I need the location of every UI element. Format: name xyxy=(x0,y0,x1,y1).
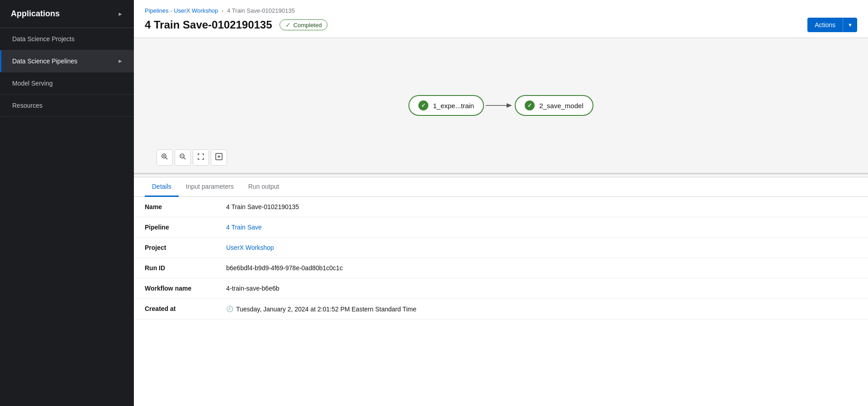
tab-input-parameters[interactable]: Input parameters xyxy=(179,177,241,197)
zoom-in-button[interactable] xyxy=(157,149,173,166)
check-icon: ✓ xyxy=(285,21,291,29)
sidebar-item-resources[interactable]: Resources xyxy=(0,95,134,117)
breadcrumb-current: 4 Train Save-0102190135 xyxy=(227,7,295,14)
detail-value-name: 4 Train Save-0102190135 xyxy=(226,203,857,210)
detail-row-name: Name 4 Train Save-0102190135 xyxy=(134,197,868,217)
tab-details-label: Details xyxy=(152,183,171,190)
tab-details[interactable]: Details xyxy=(145,177,179,197)
header: Pipelines - UserX Workshop › 4 Train Sav… xyxy=(134,0,868,38)
sidebar-item-label: Resources xyxy=(12,102,43,109)
created-at-text: Tuesday, January 2, 2024 at 2:01:52 PM E… xyxy=(236,306,416,313)
tabs: Details Input parameters Run output xyxy=(134,177,868,197)
detail-label-workflow-name: Workflow name xyxy=(145,285,226,292)
sidebar: Applications ► Data Science Projects Dat… xyxy=(0,0,134,406)
detail-label-created-at: Created at xyxy=(145,305,226,312)
pipeline-canvas: ✓ 1_expe...train ✓ 2_save_model xyxy=(134,38,868,174)
detail-label-run-id: Run ID xyxy=(145,264,226,272)
resize-handle[interactable]: ⎯ xyxy=(134,174,868,177)
main-content: Pipelines - UserX Workshop › 4 Train Sav… xyxy=(134,0,868,406)
page-title: 4 Train Save-0102190135 xyxy=(145,19,272,31)
clock-icon: 🕘 xyxy=(226,306,233,312)
status-label: Completed xyxy=(294,22,322,29)
detail-value-run-id: b6e6bdf4-b9d9-4f69-978e-0ad80b1c0c1c xyxy=(226,264,857,272)
sidebar-item-label: Data Science Pipelines xyxy=(12,57,77,65)
node-check-icon-2: ✓ xyxy=(525,100,535,110)
sidebar-item-label: Data Science Projects xyxy=(12,35,75,43)
zoom-in-icon xyxy=(161,153,168,162)
detail-row-workflow-name: Workflow name 4-train-save-b6e6b xyxy=(134,278,868,299)
fit-icon xyxy=(197,153,204,162)
page-title-row: 4 Train Save-0102190135 ✓ Completed xyxy=(145,19,327,31)
tab-run-output[interactable]: Run output xyxy=(241,177,287,197)
actions-button[interactable]: Actions ▼ xyxy=(807,18,857,32)
zoom-out-icon xyxy=(179,153,186,162)
svg-marker-1 xyxy=(507,103,512,108)
fit-button[interactable] xyxy=(193,149,209,166)
breadcrumb: Pipelines - UserX Workshop › 4 Train Sav… xyxy=(145,7,857,14)
expand-icon xyxy=(215,153,223,162)
tab-input-parameters-label: Input parameters xyxy=(186,183,234,190)
sidebar-title[interactable]: Applications ► xyxy=(0,0,134,28)
detail-value-created-at: 🕘 Tuesday, January 2, 2024 at 2:01:52 PM… xyxy=(226,306,857,313)
detail-label-pipeline: Pipeline xyxy=(145,224,226,231)
sidebar-chevron-icon: ► xyxy=(118,11,123,17)
detail-row-run-id: Run ID b6e6bdf4-b9d9-4f69-978e-0ad80b1c0… xyxy=(134,258,868,278)
node-check-icon-1: ✓ xyxy=(418,100,428,110)
status-badge: ✓ Completed xyxy=(280,19,328,30)
pipeline-node-2[interactable]: ✓ 2_save_model xyxy=(515,95,593,116)
detail-row-created-at: Created at 🕘 Tuesday, January 2, 2024 at… xyxy=(134,299,868,320)
sidebar-expand-icon: ► xyxy=(118,58,123,64)
sidebar-title-label: Applications xyxy=(11,9,60,19)
pipeline-node-1[interactable]: ✓ 1_expe...train xyxy=(408,95,484,116)
canvas-content: ✓ 1_expe...train ✓ 2_save_model xyxy=(134,38,868,173)
pipeline-nodes: ✓ 1_expe...train ✓ 2_save_model xyxy=(408,95,593,116)
header-row: 4 Train Save-0102190135 ✓ Completed Acti… xyxy=(145,18,857,32)
tab-run-output-label: Run output xyxy=(248,183,280,190)
actions-caret-icon: ▼ xyxy=(843,19,857,31)
pipeline-arrow xyxy=(486,100,513,111)
zoom-out-button[interactable] xyxy=(175,149,191,166)
breadcrumb-separator: › xyxy=(222,8,223,14)
detail-value-pipeline[interactable]: 4 Train Save xyxy=(226,224,857,231)
expand-button[interactable] xyxy=(211,149,227,166)
detail-row-pipeline: Pipeline 4 Train Save xyxy=(134,217,868,238)
sidebar-item-data-science-projects[interactable]: Data Science Projects xyxy=(0,28,134,50)
actions-button-label: Actions xyxy=(807,18,843,32)
sidebar-item-label: Model Serving xyxy=(12,80,53,87)
breadcrumb-parent-link[interactable]: Pipelines - UserX Workshop xyxy=(145,7,218,14)
svg-line-7 xyxy=(184,158,185,159)
canvas-toolbar xyxy=(157,149,227,166)
detail-label-name: Name xyxy=(145,203,226,210)
node-label-1: 1_expe...train xyxy=(433,102,474,110)
detail-row-project: Project UserX Workshop xyxy=(134,238,868,258)
details-content: Name 4 Train Save-0102190135 Pipeline 4 … xyxy=(134,197,868,406)
detail-label-project: Project xyxy=(145,244,226,251)
sidebar-item-data-science-pipelines[interactable]: Data Science Pipelines ► xyxy=(0,50,134,72)
details-section: Details Input parameters Run output Name… xyxy=(134,177,868,406)
svg-line-3 xyxy=(166,158,167,159)
sidebar-item-model-serving[interactable]: Model Serving xyxy=(0,72,134,95)
detail-value-workflow-name: 4-train-save-b6e6b xyxy=(226,285,857,292)
node-label-2: 2_save_model xyxy=(539,102,583,110)
detail-value-project[interactable]: UserX Workshop xyxy=(226,244,857,251)
